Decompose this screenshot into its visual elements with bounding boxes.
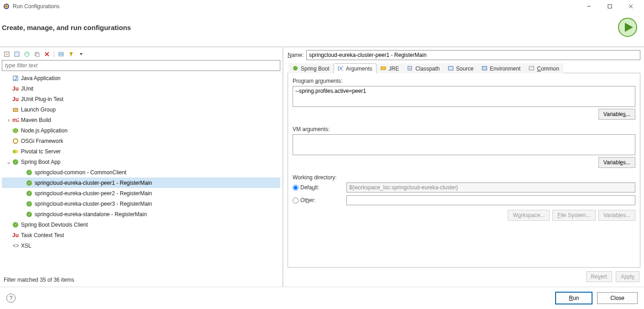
tab-label: Common	[537, 66, 559, 72]
tree-item-label: Task Context Test	[21, 232, 64, 238]
tree-item-label: Maven Build	[21, 117, 51, 123]
svg-text:(x)=: (x)=	[338, 66, 343, 71]
tree-item-label: Java Application	[21, 75, 61, 81]
svg-marker-20	[80, 53, 82, 55]
tree-item[interactable]: Spring Boot Devtools Client	[2, 219, 280, 230]
tab-environment[interactable]: Environment	[478, 63, 525, 73]
tab-jre[interactable]: JRE	[376, 63, 403, 73]
tree-item-label: OSGi Framework	[21, 138, 63, 144]
tree-item[interactable]: springcloud-eureka-cluster-peer2 - Regis…	[2, 188, 280, 198]
config-tree[interactable]: JJava Application JuJUnit JuJUnit Plug-i…	[2, 73, 280, 275]
svg-marker-27	[13, 128, 18, 133]
name-input[interactable]	[306, 50, 640, 60]
tree-twisty	[19, 180, 26, 186]
collapse-all-button[interactable]	[57, 50, 65, 58]
vm-args-label: VM arguments:	[293, 126, 635, 132]
spring-icon	[12, 221, 19, 228]
delete-button[interactable]	[43, 50, 51, 58]
new-prototype-button[interactable]	[13, 50, 21, 58]
workspace-button[interactable]: Workspace...	[508, 210, 550, 221]
svg-point-28	[13, 139, 18, 143]
tree-twisty	[5, 243, 12, 249]
svg-rect-19	[59, 55, 63, 56]
revert-button[interactable]: Revert	[586, 271, 612, 282]
junit-icon: Ju	[12, 96, 19, 103]
tree-item[interactable]: JuTask Context Test	[2, 230, 280, 240]
node-icon	[12, 127, 19, 134]
svg-text:m2: m2	[12, 117, 19, 123]
tree-item[interactable]: JJava Application	[2, 73, 280, 83]
osgi-icon	[12, 137, 19, 145]
svg-rect-25	[13, 108, 18, 111]
tab-label: Arguments	[346, 66, 372, 72]
tree-item[interactable]: Launch Group	[2, 104, 280, 115]
duplicate-button[interactable]	[33, 50, 41, 58]
tree-item[interactable]: JuJUnit Plug-in Test	[2, 94, 280, 104]
tab-label: Environment	[490, 66, 520, 72]
xsl-icon: <>	[12, 242, 19, 249]
new-config-button[interactable]	[3, 50, 11, 58]
default-radio[interactable]	[293, 185, 299, 191]
bottom-bar: ? Run Close	[0, 287, 644, 309]
filter-dropdown[interactable]	[77, 50, 85, 58]
close-button[interactable]: Close	[597, 292, 638, 304]
tabstrip: Spring Boot(x)=ArgumentsJREClasspathSour…	[288, 63, 640, 73]
environment-tab-icon	[482, 66, 488, 72]
tab-common[interactable]: Common	[525, 63, 563, 73]
window-title: Run Configurations	[13, 3, 60, 10]
other-radio[interactable]	[293, 198, 299, 203]
tree-item[interactable]: ⌄Spring Boot App	[2, 157, 280, 167]
arguments-tab-icon: (x)=	[338, 66, 344, 72]
filter-button[interactable]	[67, 50, 75, 58]
export-button[interactable]	[23, 50, 31, 58]
apply-button[interactable]: Apply	[616, 271, 639, 282]
tree-twisty	[19, 211, 26, 218]
svg-rect-12	[15, 52, 19, 56]
tree-twisty[interactable]: ›	[5, 117, 12, 123]
other-dir-input[interactable]	[346, 195, 635, 205]
svg-text:<>: <>	[13, 243, 19, 249]
vm-args-input[interactable]	[293, 134, 635, 155]
wd-variables-button[interactable]: Variables...	[598, 210, 635, 221]
tab-spring[interactable]: Spring Boot	[289, 63, 334, 73]
eclipse-icon	[3, 3, 10, 10]
close-window-button[interactable]	[620, 0, 641, 13]
tree-item-label: springcloud-common - CommonClient	[35, 169, 126, 176]
tree-item[interactable]: springcloud-common - CommonClient	[2, 167, 280, 177]
tree-item-label: Node.js Application	[21, 127, 67, 134]
tree-item[interactable]: Node.js Application	[2, 125, 280, 136]
svg-point-40	[293, 66, 298, 71]
maximize-button[interactable]	[599, 0, 620, 13]
tree-item[interactable]: springcloud-eureka-cluster-peer1 - Regis…	[2, 177, 280, 188]
program-variables-button[interactable]: Variables...	[598, 109, 635, 120]
tree-item[interactable]: OSGi Framework	[2, 136, 280, 146]
minimize-button[interactable]	[578, 0, 599, 13]
tab-label: Spring Boot	[301, 66, 330, 72]
header-band: Create, manage, and run configurations	[0, 13, 644, 46]
run-button[interactable]: Run	[555, 292, 592, 304]
tree-twisty	[5, 127, 12, 134]
tree-item-label: springcloud-eureka-standalone - Register…	[35, 211, 147, 218]
spring-tab-icon	[293, 66, 299, 72]
tab-source[interactable]: Source	[444, 63, 478, 73]
filter-status: Filter matched 35 of 36 items	[2, 275, 280, 285]
tree-item-label: Spring Boot App	[21, 159, 61, 165]
pivotal-icon	[12, 148, 19, 155]
tree-item[interactable]: JuJUnit	[2, 83, 280, 94]
program-args-input[interactable]: --spring.profiles.active=peer1	[293, 86, 635, 107]
tree-twisty	[5, 75, 12, 81]
tree-twisty[interactable]: ⌄	[5, 159, 12, 165]
filesystem-button[interactable]: File System...	[552, 210, 596, 221]
filter-input[interactable]	[2, 60, 280, 71]
spring-icon	[26, 211, 33, 218]
vm-variables-button[interactable]: Variables...	[598, 157, 635, 168]
tree-item[interactable]: ›m2Maven Build	[2, 115, 280, 125]
name-label: Name:	[288, 52, 304, 58]
tree-item[interactable]: springcloud-eureka-cluster-peer3 - Regis…	[2, 198, 280, 209]
tree-item[interactable]: <>XSL	[2, 240, 280, 251]
help-icon[interactable]: ?	[6, 294, 15, 303]
tab-arguments[interactable]: (x)=Arguments	[334, 63, 376, 73]
tab-classpath[interactable]: Classpath	[403, 63, 443, 73]
tree-item[interactable]: springcloud-eureka-standalone - Register…	[2, 209, 280, 219]
tree-item[interactable]: Pivotal tc Server	[2, 146, 280, 157]
